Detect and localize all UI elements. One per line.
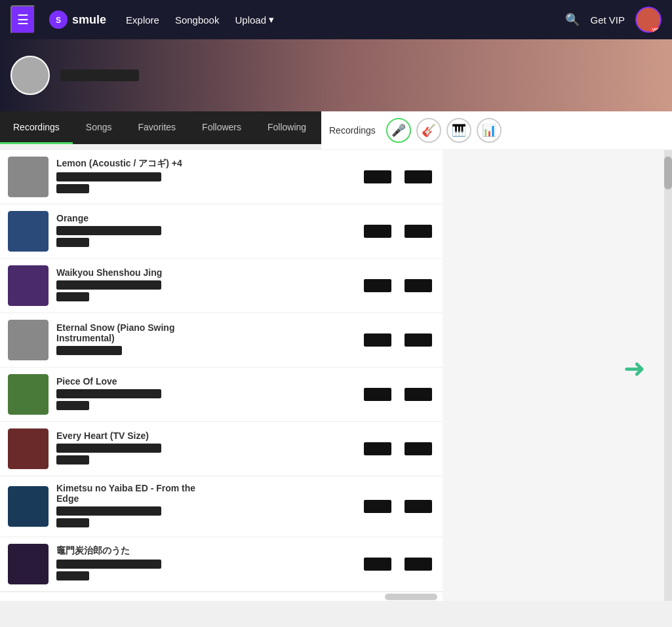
loves-count [364,442,391,455]
recording-meta-username [56,506,161,516]
recording-thumbnail[interactable] [8,320,49,360]
thumb-image [8,320,49,360]
thumb-image [8,265,49,306]
scroll-thumb[interactable] [385,594,437,600]
recording-stat-loves [361,388,394,401]
recording-info: Kimetsu no Yaiba ED - From the Edge [56,483,201,530]
recording-title: Every Heart (TV Size) [56,430,201,441]
loves-count [364,170,391,183]
smule-logo-icon: S [49,10,68,29]
get-vip-button[interactable]: Get VIP [590,14,625,26]
recording-stat-plays [402,442,435,455]
recording-meta-username [56,226,161,235]
loves-count [364,225,391,238]
table-row: Lemon (Acoustic / アコギ) +4 [0,150,443,204]
plays-count [405,388,432,401]
recording-thumbnail[interactable] [8,211,49,252]
recording-info: Lemon (Acoustic / アコギ) +4 [56,158,201,196]
recording-list: Lemon (Acoustic / アコギ) +4 Orange [0,150,443,592]
loves-count [364,500,391,513]
right-panel-content: ➜ [443,150,672,601]
recording-info: 竈門炭治郎のうた [56,545,201,583]
recording-stat-loves [361,442,394,455]
nav-right: 🔍 Get VIP VIP [565,7,662,33]
recording-title: Waikyou Shenshou Jing [56,267,201,278]
tab-favorites[interactable]: Favorites [125,111,189,144]
user-avatar[interactable]: VIP [635,7,662,33]
recording-thumbnail[interactable] [8,544,49,584]
plays-count [405,333,432,347]
recording-meta-username [56,560,161,569]
recording-meta-date [56,571,89,580]
recording-info: Waikyou Shenshou Jing [56,267,201,304]
right-panel-tabs: Recordings 🎤 🎸 🎹 📊 [321,111,672,150]
right-panel-arrow-area: ➜ [449,157,665,383]
plays-count [405,442,432,455]
recording-meta-date [56,184,89,193]
recording-thumbnail[interactable] [8,157,49,197]
recording-thumbnail[interactable] [8,428,49,469]
recording-thumbnail[interactable] [8,486,49,527]
recording-stat-loves [361,170,394,183]
recording-title: Kimetsu no Yaiba ED - From the Edge [56,483,201,504]
table-row: Every Heart (TV Size) [0,422,443,476]
recording-stat-plays [402,388,435,401]
thumb-image [8,428,49,469]
nav-links: Explore Songbook Upload ▾ [126,14,274,26]
recording-stat-loves [361,500,394,513]
recording-meta-date [56,518,89,527]
profile-name [60,69,139,81]
thumb-image [8,374,49,415]
tab-followers[interactable]: Followers [189,111,254,144]
logo-text: smule [72,13,106,27]
table-row: Orange [0,204,443,259]
thumb-image [8,157,49,197]
recording-meta-date [56,238,89,247]
recording-title: Lemon (Acoustic / アコギ) +4 [56,158,201,170]
recording-stat-plays [402,170,435,183]
search-icon[interactable]: 🔍 [565,12,580,27]
logo-area: S smule [49,10,106,29]
recording-meta-username [56,346,122,355]
thumb-image [8,486,49,527]
nav-songbook[interactable]: Songbook [175,14,220,26]
thumb-image [8,211,49,252]
recording-stat-loves [361,333,394,347]
avatar-image [12,57,49,94]
tabs-right-header: Recordings Songs Favorites Followers Fol… [0,111,672,150]
vip-badge: VIP [650,27,662,33]
mic-tab-icon[interactable]: 🎤 [386,118,411,143]
hamburger-button[interactable]: ☰ [10,5,35,34]
table-row: Eternal Snow (Piano Swing Instrumental) [0,313,443,368]
recording-thumbnail[interactable] [8,265,49,306]
chart-tab-icon[interactable]: 📊 [477,118,502,143]
recording-meta-username [56,444,161,453]
recording-stat-loves [361,279,394,292]
tab-recordings[interactable]: Recordings [0,111,73,144]
recording-title: 竈門炭治郎のうた [56,545,201,557]
tab-songs[interactable]: Songs [73,111,125,144]
recording-list-panel: Lemon (Acoustic / アコギ) +4 Orange [0,150,443,601]
profile-name-area [60,69,139,81]
recording-title: Eternal Snow (Piano Swing Instrumental) [56,322,201,343]
recording-stat-plays [402,279,435,292]
recording-meta-date [56,455,89,465]
tab-following[interactable]: Following [254,111,319,144]
next-arrow-icon[interactable]: ➜ [623,353,646,383]
nav-explore[interactable]: Explore [126,14,159,26]
recording-meta-date [56,401,89,410]
recording-thumbnail[interactable] [8,374,49,415]
profile-avatar[interactable] [10,56,50,95]
main-content: Lemon (Acoustic / アコギ) +4 Orange [0,150,672,601]
plays-count [405,225,432,238]
scrollbar-thumb[interactable] [664,157,672,189]
plays-count [405,279,432,292]
nav-upload[interactable]: Upload ▾ [235,14,274,26]
guitar-tab-icon[interactable]: 🎸 [416,118,441,143]
table-row: Piece Of Love [0,368,443,422]
piano-tab-icon[interactable]: 🎹 [446,118,471,143]
vertical-scrollbar[interactable] [664,150,672,601]
recording-title: Orange [56,213,201,223]
right-tab-label: Recordings [329,125,376,136]
recording-meta-username [56,389,161,398]
